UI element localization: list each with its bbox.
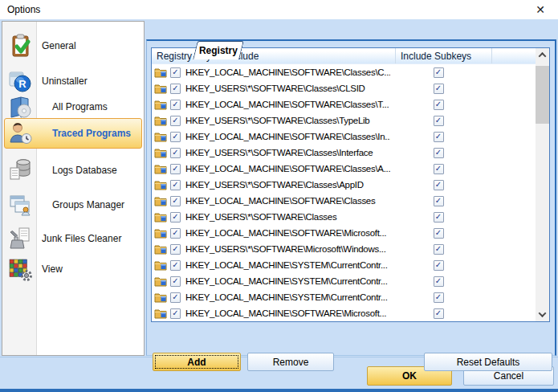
scrollbar-thumb[interactable] — [536, 66, 549, 124]
column-header-registry-key[interactable]: Registry Key to Exclude — [152, 48, 396, 63]
table-row[interactable]: ✓ HKEY_LOCAL_MACHINE\SOFTWARE\Microsoft.… — [152, 305, 536, 321]
table-row[interactable]: ✓ HKEY_USERS\*\SOFTWARE\Classes\CLSID ✓ — [152, 80, 536, 96]
scrollbar-down-button[interactable] — [536, 308, 549, 321]
registry-folder-icon — [154, 99, 168, 110]
sidebar-item-logs-database[interactable]: Logs Database — [2, 153, 144, 188]
include-subkeys-cell: ✓ — [390, 148, 487, 158]
include-subkeys-checkbox[interactable]: ✓ — [434, 84, 444, 94]
exclude-key-checkbox[interactable]: ✓ — [170, 276, 181, 287]
include-subkeys-checkbox[interactable]: ✓ — [434, 132, 444, 142]
include-subkeys-cell: ✓ — [390, 308, 487, 319]
column-header-include-subkeys[interactable]: Include Subkeys — [396, 48, 492, 63]
table-row[interactable]: ✓ HKEY_USERS\*\SOFTWARE\Classes\TypeLib … — [152, 112, 536, 129]
exclude-key-checkbox[interactable]: ✓ — [170, 292, 181, 303]
windows-person-icon — [2, 192, 37, 218]
table-row[interactable]: ✓ HKEY_LOCAL_MACHINE\SOFTWARE\Classes\In… — [152, 129, 536, 145]
include-subkeys-checkbox[interactable]: ✓ — [434, 116, 444, 126]
table-row[interactable]: ✓ HKEY_LOCAL_MACHINE\SOFTWARE\Classes\C.… — [152, 64, 536, 80]
sidebar-item-traced-programs[interactable]: Traced Programs — [2, 118, 144, 149]
dialog-body: General R Uninstaller All Programs T — [0, 19, 558, 392]
registry-folder-icon — [154, 276, 168, 287]
window-title: Options — [7, 4, 40, 15]
sidebar-item-label: Groups Manager — [37, 199, 133, 211]
include-subkeys-cell: ✓ — [390, 132, 487, 142]
table-row[interactable]: ✓ HKEY_USERS\*\SOFTWARE\Classes\Interfac… — [152, 145, 536, 161]
include-subkeys-checkbox[interactable]: ✓ — [434, 308, 444, 319]
table-row[interactable]: ✓ HKEY_LOCAL_MACHINE\SOFTWARE\Microsoft.… — [152, 225, 536, 241]
exclude-key-checkbox[interactable]: ✓ — [170, 148, 181, 158]
registry-key-text: HKEY_LOCAL_MACHINE\SYSTEM\CurrentContr..… — [185, 276, 390, 286]
include-subkeys-cell: ✓ — [390, 180, 487, 190]
registry-key-text: HKEY_USERS\*\SOFTWARE\Classes\TypeLib — [185, 116, 390, 125]
registry-folder-icon — [154, 211, 168, 223]
table-row[interactable]: ✓ HKEY_LOCAL_MACHINE\SOFTWARE\Classes\A.… — [152, 161, 536, 177]
exclude-key-checkbox[interactable]: ✓ — [170, 116, 181, 126]
sidebar-item-groups-manager[interactable]: Groups Manager — [2, 187, 144, 223]
exclude-key-checkbox[interactable]: ✓ — [170, 260, 181, 271]
add-button-label: Add — [187, 357, 206, 368]
reset-defaults-button[interactable]: Reset Defaults — [424, 353, 552, 371]
add-button[interactable]: Add — [153, 353, 241, 371]
registry-key-text: HKEY_LOCAL_MACHINE\SOFTWARE\Classes\T... — [185, 100, 390, 109]
exclude-key-checkbox[interactable]: ✓ — [170, 244, 181, 255]
exclude-key-checkbox[interactable]: ✓ — [170, 164, 181, 174]
exclude-key-checkbox[interactable]: ✓ — [170, 308, 181, 319]
include-subkeys-cell: ✓ — [390, 244, 487, 255]
exclude-key-checkbox[interactable]: ✓ — [170, 212, 181, 223]
registry-folder-icon — [154, 308, 168, 319]
sidebar-item-label: Traced Programs — [37, 128, 133, 140]
table-row[interactable]: ✓ HKEY_USERS\*\SOFTWARE\Microsoft\Window… — [152, 241, 536, 257]
registry-folder-icon — [154, 227, 168, 239]
cleaner-can-icon — [2, 226, 37, 251]
registry-exclude-list: Registry Key to Exclude Include Subkeys … — [151, 47, 550, 322]
include-subkeys-checkbox[interactable]: ✓ — [434, 164, 444, 174]
sidebar-item-junk-files-cleaner[interactable]: Junk Files Cleaner — [2, 221, 144, 256]
include-subkeys-cell: ✓ — [390, 292, 487, 303]
table-row[interactable]: ✓ HKEY_USERS\*\SOFTWARE\Classes ✓ — [152, 209, 536, 225]
registry-key-text: HKEY_USERS\*\SOFTWARE\Microsoft\Windows.… — [185, 244, 390, 254]
chevron-down-icon — [539, 309, 547, 317]
include-subkeys-checkbox[interactable]: ✓ — [434, 260, 444, 271]
include-subkeys-checkbox[interactable]: ✓ — [434, 244, 444, 255]
include-subkeys-cell: ✓ — [390, 228, 487, 239]
list-content: Registry Key to Exclude Include Subkeys … — [152, 48, 536, 321]
registry-folder-icon — [154, 195, 168, 206]
table-row[interactable]: ✓ HKEY_USERS\*\SOFTWARE\Classes\AppID ✓ — [152, 177, 536, 193]
exclude-key-checkbox[interactable]: ✓ — [170, 132, 181, 142]
table-row[interactable]: ✓ HKEY_LOCAL_MACHINE\SYSTEM\CurrentContr… — [152, 289, 536, 305]
sidebar-item-general[interactable]: General — [2, 28, 144, 63]
scrollbar-up-button[interactable] — [536, 48, 549, 62]
include-subkeys-checkbox[interactable]: ✓ — [434, 100, 444, 110]
exclude-key-checkbox[interactable]: ✓ — [170, 67, 181, 78]
include-subkeys-cell: ✓ — [390, 116, 487, 126]
sidebar-item-label: View — [37, 263, 133, 276]
include-subkeys-checkbox[interactable]: ✓ — [434, 196, 444, 206]
include-subkeys-checkbox[interactable]: ✓ — [434, 276, 444, 287]
registry-key-text: HKEY_LOCAL_MACHINE\SYSTEM\CurrentContr..… — [185, 260, 390, 270]
sidebar-item-view[interactable]: View — [2, 253, 144, 285]
table-row[interactable]: ✓ HKEY_LOCAL_MACHINE\SYSTEM\CurrentContr… — [152, 257, 536, 273]
exclude-key-checkbox[interactable]: ✓ — [170, 100, 181, 110]
exclude-key-checkbox[interactable]: ✓ — [170, 84, 181, 94]
include-subkeys-checkbox[interactable]: ✓ — [434, 148, 444, 158]
registry-folder-icon — [154, 243, 168, 255]
sidebar-item-label: Uninstaller — [37, 76, 133, 88]
table-row[interactable]: ✓ HKEY_LOCAL_MACHINE\SOFTWARE\Classes\T.… — [152, 96, 536, 112]
exclude-key-checkbox[interactable]: ✓ — [170, 196, 181, 206]
sidebar-item-label: Junk Files Cleaner — [37, 233, 133, 245]
vertical-scrollbar[interactable] — [536, 48, 549, 321]
remove-button[interactable]: Remove — [247, 353, 334, 371]
tab-registry[interactable]: Registry — [193, 41, 244, 59]
table-row[interactable]: ✓ HKEY_LOCAL_MACHINE\SOFTWARE\Classes ✓ — [152, 193, 536, 209]
table-row[interactable]: ✓ HKEY_LOCAL_MACHINE\SYSTEM\CurrentContr… — [152, 273, 536, 289]
exclude-key-checkbox[interactable]: ✓ — [170, 228, 181, 239]
include-subkeys-checkbox[interactable]: ✓ — [434, 67, 444, 78]
include-subkeys-checkbox[interactable]: ✓ — [434, 212, 444, 223]
include-subkeys-checkbox[interactable]: ✓ — [434, 292, 444, 303]
include-subkeys-checkbox[interactable]: ✓ — [434, 228, 444, 239]
cancel-button-label: Cancel — [494, 370, 523, 382]
exclude-key-checkbox[interactable]: ✓ — [170, 180, 181, 190]
svg-text:R: R — [18, 78, 26, 90]
close-icon[interactable]: ✕ — [527, 2, 553, 18]
include-subkeys-checkbox[interactable]: ✓ — [434, 180, 444, 190]
